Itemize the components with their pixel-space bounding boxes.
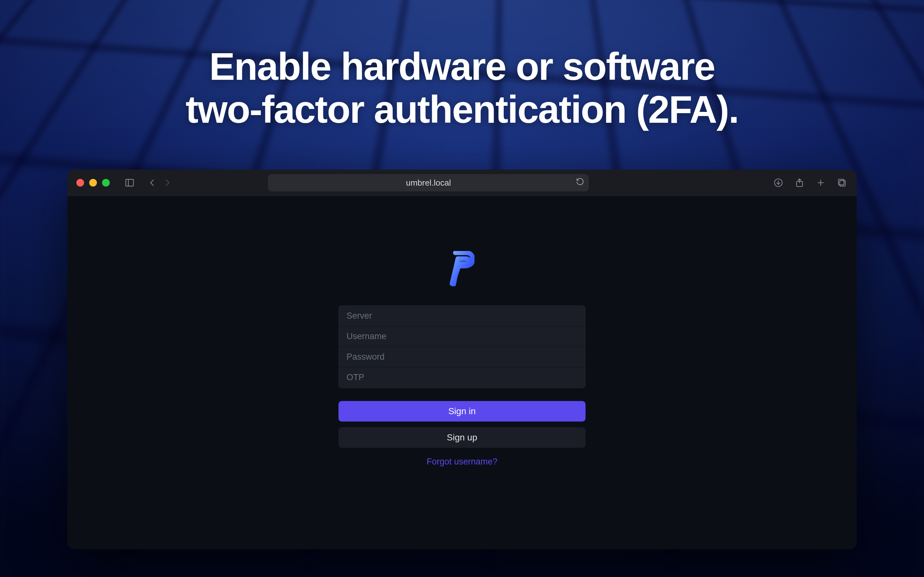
share-icon[interactable] — [794, 177, 805, 189]
nav-forward-icon[interactable] — [161, 177, 173, 189]
nav-back-icon[interactable] — [147, 177, 158, 189]
otp-input[interactable] — [339, 367, 585, 388]
forgot-username-link[interactable]: Forgot username? — [427, 457, 498, 467]
username-input[interactable] — [339, 326, 585, 347]
svg-rect-8 — [840, 181, 845, 186]
signup-button[interactable]: Sign up — [338, 427, 586, 448]
hero-line-2: two-factor authentication (2FA). — [0, 88, 924, 131]
login-card — [338, 306, 586, 388]
window-zoom-button[interactable] — [102, 179, 110, 187]
server-input[interactable] — [339, 306, 585, 326]
svg-rect-9 — [838, 179, 844, 185]
new-tab-icon[interactable] — [815, 177, 827, 189]
hero-heading: Enable hardware or software two-factor a… — [0, 0, 924, 131]
toolbar-right — [772, 177, 848, 189]
app-logo-icon — [449, 251, 475, 286]
window-close-button[interactable] — [76, 179, 84, 187]
sidebar-toggle-icon[interactable] — [124, 177, 136, 189]
address-text: umbrel.local — [406, 178, 451, 188]
address-bar[interactable]: umbrel.local — [268, 174, 589, 191]
downloads-icon[interactable] — [772, 177, 784, 189]
signin-button[interactable]: Sign in — [338, 401, 586, 422]
svg-rect-0 — [126, 179, 134, 186]
hero-line-1: Enable hardware or software — [0, 45, 924, 88]
page-viewport: Sign in Sign up Forgot username? — [67, 197, 857, 549]
password-input[interactable] — [339, 347, 585, 367]
reload-icon[interactable] — [576, 177, 584, 188]
browser-window: umbrel.local — [67, 169, 857, 549]
browser-toolbar: umbrel.local — [67, 169, 857, 197]
nav-buttons — [147, 177, 173, 189]
window-minimize-button[interactable] — [89, 179, 97, 187]
tabs-overview-icon[interactable] — [836, 177, 848, 189]
window-controls — [76, 179, 110, 187]
